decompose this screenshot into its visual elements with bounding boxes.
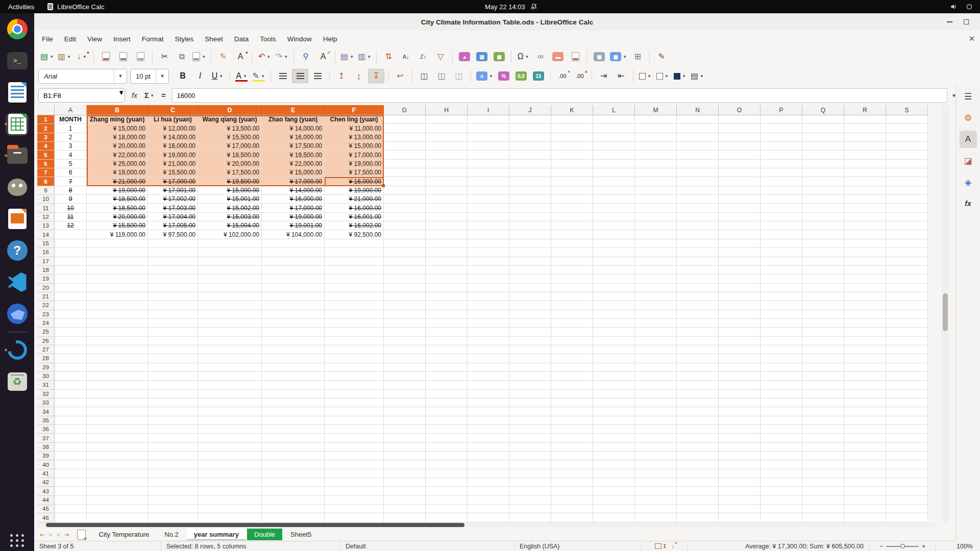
cell-Q2[interactable] — [802, 124, 844, 133]
cell-O27[interactable] — [719, 345, 761, 354]
cell-R18[interactable] — [844, 266, 886, 274]
open-dropdown-icon[interactable]: ▼ — [67, 55, 71, 59]
cell-G9[interactable] — [384, 186, 426, 195]
cell-L45[interactable] — [593, 505, 635, 513]
cell-F36[interactable] — [325, 425, 384, 434]
column-header-N[interactable]: N — [677, 105, 719, 115]
cell-Q21[interactable] — [802, 292, 844, 301]
special-character-button[interactable]: Ω▼ — [515, 49, 531, 64]
cell-C36[interactable] — [148, 425, 198, 434]
cell-O32[interactable] — [719, 390, 761, 398]
focused-app-menu[interactable]: LibreOffice Calc — [47, 3, 104, 11]
select-all-corner[interactable] — [37, 105, 55, 115]
cell-D19[interactable] — [198, 274, 262, 283]
row-header-21[interactable]: 21 — [37, 292, 55, 301]
cell-S30[interactable] — [886, 372, 928, 381]
cell-Q44[interactable] — [802, 496, 844, 505]
cell-C16[interactable] — [148, 248, 198, 257]
cell-J15[interactable] — [509, 239, 551, 248]
dock-impress-icon[interactable] — [3, 203, 32, 235]
cell-S20[interactable] — [886, 284, 928, 292]
cell-D25[interactable] — [198, 328, 262, 336]
cell-C21[interactable] — [148, 292, 198, 301]
cell-J9[interactable] — [509, 186, 551, 195]
cell-G10[interactable] — [384, 195, 426, 204]
cell-E23[interactable] — [262, 310, 325, 319]
cell-G8[interactable] — [384, 177, 426, 186]
cell-M2[interactable] — [635, 124, 677, 133]
cell-A43[interactable] — [55, 487, 87, 495]
cell-C45[interactable] — [148, 505, 198, 513]
cell-K20[interactable] — [551, 284, 593, 292]
insert-column-dropdown-icon[interactable]: ▼ — [367, 55, 371, 59]
cell-B20[interactable] — [87, 284, 148, 292]
cell-D39[interactable] — [198, 452, 262, 460]
cell-I25[interactable] — [468, 328, 509, 336]
row-header-46[interactable]: 46 — [37, 513, 55, 522]
row-header-34[interactable]: 34 — [37, 407, 55, 416]
cell-F29[interactable] — [325, 363, 384, 372]
cell-S38[interactable] — [886, 443, 928, 452]
cell-E6[interactable]: ¥ 22,000.00 — [262, 160, 325, 168]
cell-D13[interactable]: ¥ 15,004.00 — [198, 221, 262, 230]
cell-J5[interactable] — [509, 151, 551, 159]
cell-D5[interactable]: ¥ 18,500.00 — [198, 151, 262, 159]
paste-dropdown-icon[interactable]: ▼ — [202, 55, 206, 59]
sheet-tab-city-temperature[interactable]: City Temperature — [92, 529, 157, 540]
cell-R40[interactable] — [844, 460, 886, 469]
cell-L40[interactable] — [593, 460, 635, 469]
new-dropdown-icon[interactable]: ▼ — [50, 55, 54, 59]
cell-H12[interactable] — [426, 213, 468, 221]
row-header-38[interactable]: 38 — [37, 443, 55, 452]
cell-F8[interactable]: ¥ 16,000.00 — [325, 177, 384, 186]
cell-P17[interactable] — [761, 257, 802, 266]
cell-J28[interactable] — [509, 354, 551, 363]
cell-N9[interactable] — [677, 186, 719, 195]
cell-G34[interactable] — [384, 407, 426, 416]
cell-F42[interactable] — [325, 478, 384, 487]
cell-M3[interactable] — [635, 133, 677, 142]
cell-N8[interactable] — [677, 177, 719, 186]
cell-Q28[interactable] — [802, 354, 844, 363]
cell-H29[interactable] — [426, 363, 468, 372]
cell-C5[interactable]: ¥ 19,000.00 — [148, 151, 198, 159]
cell-G23[interactable] — [384, 310, 426, 319]
zoom-out-icon[interactable]: − — [879, 543, 883, 550]
cell-B10[interactable]: ¥ 18,500.00 — [87, 195, 148, 204]
conditional-formatting-dropdown-icon[interactable]: ▼ — [700, 74, 704, 79]
cell-B31[interactable] — [87, 381, 148, 389]
cell-H37[interactable] — [426, 434, 468, 442]
row-header-12[interactable]: 12 — [37, 213, 55, 221]
cell-N32[interactable] — [677, 390, 719, 398]
cell-K27[interactable] — [551, 345, 593, 354]
cell-Q32[interactable] — [802, 390, 844, 398]
cell-I8[interactable] — [468, 177, 509, 186]
cell-I9[interactable] — [468, 186, 509, 195]
row-header-30[interactable]: 30 — [37, 372, 55, 381]
cell-P46[interactable] — [761, 513, 802, 522]
cell-G17[interactable] — [384, 257, 426, 266]
cell-E18[interactable] — [262, 266, 325, 274]
cell-E26[interactable] — [262, 337, 325, 345]
cell-G28[interactable] — [384, 354, 426, 363]
cell-I4[interactable] — [468, 142, 509, 151]
cell-N22[interactable] — [677, 301, 719, 310]
column-header-E[interactable]: E — [262, 105, 325, 115]
cell-D35[interactable] — [198, 416, 262, 425]
column-header-A[interactable]: A — [55, 105, 87, 115]
row-header-42[interactable]: 42 — [37, 478, 55, 487]
cell-Q19[interactable] — [802, 274, 844, 283]
cell-F9[interactable]: ¥ 19,000.00 — [325, 186, 384, 195]
cell-S6[interactable] — [886, 160, 928, 168]
cell-L23[interactable] — [593, 310, 635, 319]
cell-D22[interactable] — [198, 301, 262, 310]
cell-O7[interactable] — [719, 168, 761, 177]
cell-R23[interactable] — [844, 310, 886, 319]
cell-E17[interactable] — [262, 257, 325, 266]
cell-C37[interactable] — [148, 434, 198, 442]
cell-E4[interactable]: ¥ 17,500.00 — [262, 142, 325, 151]
cell-A18[interactable] — [55, 266, 87, 274]
cell-J33[interactable] — [509, 398, 551, 407]
cell-R6[interactable] — [844, 160, 886, 168]
sheet-tab-no-2[interactable]: No.2 — [157, 529, 185, 540]
